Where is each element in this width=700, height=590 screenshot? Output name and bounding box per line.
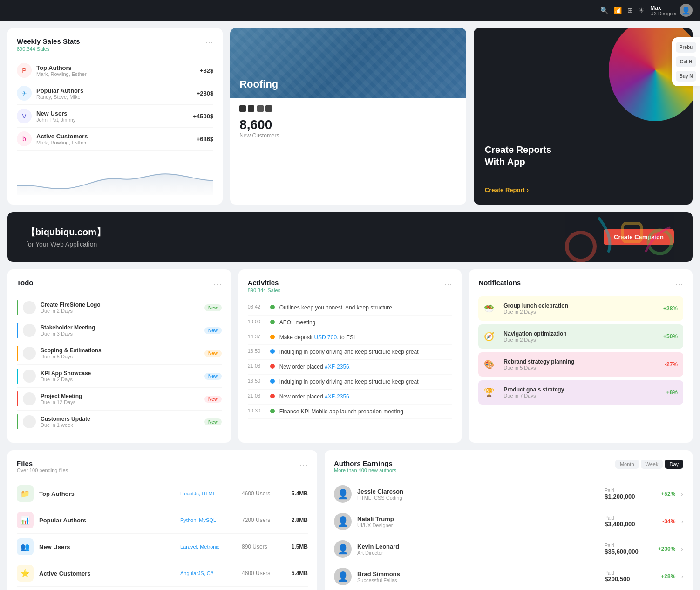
todo-avatar	[23, 370, 36, 383]
notification-item[interactable]: 🧭 Navigation optimization Due in 2 Days …	[478, 324, 683, 349]
file-icon: ⭐	[17, 565, 34, 582]
campaign-line1: 【biqubiqu.com】	[26, 226, 106, 239]
author-amount: $200,500	[605, 576, 646, 583]
author-role: Art Director	[357, 550, 599, 556]
file-icon: 📊	[17, 512, 34, 528]
activity-link[interactable]: #XF-2356.	[325, 364, 351, 370]
author-amount: $3,400,000	[605, 521, 646, 528]
svg-rect-1	[623, 223, 641, 242]
tab-week[interactable]: Week	[641, 460, 663, 469]
activity-item: 14:37 Make deposit USD 700. to ESL	[248, 330, 453, 345]
brightness-icon[interactable]: ☀	[639, 7, 645, 14]
stat-item: P Top Authors Mark, Rowling, Esther +82$	[17, 59, 213, 82]
notif-info: Group lunch celebration Due in 2 Days	[503, 302, 659, 315]
author-name: Jessie Clarcson	[357, 488, 599, 495]
notif-value: +28%	[663, 305, 678, 312]
search-icon[interactable]: 🔍	[600, 7, 608, 14]
notifications-menu[interactable]: ⋯	[675, 279, 683, 289]
activity-dot	[270, 409, 275, 413]
user-role: UX Designer	[650, 11, 677, 16]
activity-item: 10:00 AEOL meeting	[248, 316, 453, 330]
file-tags: Python, MySQL	[180, 517, 236, 523]
author-arrow-icon[interactable]: ›	[681, 545, 683, 553]
file-row[interactable]: 📊 Popular Authors Python, MySQL 7200 Use…	[17, 507, 308, 534]
activity-item: 21:03 New order placed #XF-2356.	[248, 360, 453, 375]
apps-icon[interactable]: ⊞	[627, 7, 633, 14]
file-row[interactable]: 📁 Top Authors ReactJs, HTML 4600 Users 5…	[17, 480, 308, 507]
notifications-title: Notifications	[478, 279, 521, 287]
todo-name: Customers Update	[41, 416, 200, 422]
activities-menu[interactable]: ⋯	[444, 279, 452, 289]
campaign-line2: for Your Web Application	[26, 240, 106, 248]
todo-bar	[17, 346, 18, 361]
notifications-list: 🥗 Group lunch celebration Due in 2 Days …	[478, 296, 683, 405]
file-row[interactable]: 👥 New Users Laravel, Metronic 890 Users …	[17, 534, 308, 560]
author-arrow-icon[interactable]: ›	[681, 490, 683, 498]
author-avatar: 👤	[334, 568, 352, 585]
activity-dot	[270, 364, 275, 369]
notif-info: Navigation optimization Due in 2 Days	[503, 330, 659, 343]
notif-value: +8%	[666, 389, 678, 396]
author-avatar: 👤	[334, 540, 352, 558]
sidebar-buyn[interactable]: Buy N	[676, 71, 696, 82]
stat-icon: V	[17, 109, 32, 123]
notif-value: -27%	[665, 361, 678, 368]
notif-title: Group lunch celebration	[503, 302, 659, 309]
activity-text: Indulging in poorly driving and keep str…	[279, 378, 419, 386]
files-menu[interactable]: ⋯	[299, 460, 308, 470]
notif-icon: 🎨	[484, 357, 499, 372]
notification-item[interactable]: 🏆 Product goals strategy Due in 7 Days +…	[478, 380, 683, 405]
notif-info: Product goals strategy Due in 7 Days	[503, 386, 661, 398]
notif-value: +50%	[663, 333, 678, 340]
stat-name: Top Authors	[36, 64, 195, 71]
author-paid-label: Paid	[605, 515, 646, 521]
tab-group: Month Week Day	[615, 460, 683, 469]
roofing-label: Roofing	[239, 78, 278, 90]
notification-item[interactable]: 🎨 Rebrand strategy planning Due in 5 Day…	[478, 352, 683, 377]
todo-item[interactable]: KPI App Showcase Due in 2 Days New	[17, 365, 222, 388]
file-icon: 📁	[17, 485, 34, 502]
file-size: 5.4MB	[285, 570, 308, 576]
todo-menu[interactable]: ⋯	[213, 279, 222, 289]
activities-subtitle: 890,344 Sales	[248, 288, 280, 293]
sidebar-prebu[interactable]: Prebu	[676, 42, 696, 53]
todo-info: Customers Update Due in 1 week	[41, 416, 200, 428]
todo-list: Create FireStone Logo Due in 2 Days New …	[17, 296, 222, 433]
author-arrow-icon[interactable]: ›	[681, 518, 683, 525]
signal-icon: 📶	[614, 7, 622, 14]
todo-item[interactable]: Customers Update Due in 1 week New	[17, 411, 222, 433]
sidebar-geth[interactable]: Get H	[676, 56, 696, 67]
activity-link[interactable]: USD 700.	[314, 334, 338, 341]
todo-due: Due in 12 Days	[41, 399, 200, 405]
todo-item[interactable]: Scoping & Estimations Due in 5 Days New	[17, 342, 222, 365]
activity-link[interactable]: #XF-2356.	[325, 393, 351, 400]
todo-item[interactable]: Create FireStone Logo Due in 2 Days New	[17, 296, 222, 319]
todo-avatar	[23, 301, 36, 314]
todo-badge: New	[204, 373, 222, 380]
author-amount: $1,200,000	[605, 493, 646, 500]
stat-value: +280$	[197, 90, 214, 97]
file-name: New Users	[39, 543, 175, 550]
stat-value: +4500$	[193, 113, 213, 120]
avatar[interactable]: 👤	[680, 4, 693, 17]
notif-icon: 🏆	[484, 385, 499, 400]
weekly-sales-menu[interactable]: ⋯	[205, 37, 213, 48]
todo-item[interactable]: Project Meeting Due in 12 Days New	[17, 388, 222, 411]
notif-icon: 🥗	[484, 301, 499, 316]
activity-dot	[270, 320, 275, 324]
todo-badge: New	[204, 327, 222, 334]
activities-title: Activities	[248, 279, 280, 287]
notification-item[interactable]: 🥗 Group lunch celebration Due in 2 Days …	[478, 296, 683, 321]
file-row[interactable]: ⭐ Active Customers AngularJS, C# 4600 Us…	[17, 560, 308, 587]
tab-day[interactable]: Day	[665, 460, 683, 469]
author-arrow-icon[interactable]: ›	[681, 573, 683, 580]
activity-time: 08:42	[248, 304, 265, 309]
todo-item[interactable]: Stakeholder Meeting Due in 3 Days New	[17, 319, 222, 342]
create-report-link[interactable]: Create Report ›	[485, 186, 681, 193]
create-reports-card: Create Reports With App Create Report ›	[474, 28, 693, 205]
activity-dot	[270, 305, 275, 309]
tab-month[interactable]: Month	[615, 460, 639, 469]
activity-dot	[270, 349, 275, 354]
author-name: Natali Trump	[357, 515, 599, 522]
files-list: 📁 Top Authors ReactJs, HTML 4600 Users 5…	[17, 480, 308, 587]
